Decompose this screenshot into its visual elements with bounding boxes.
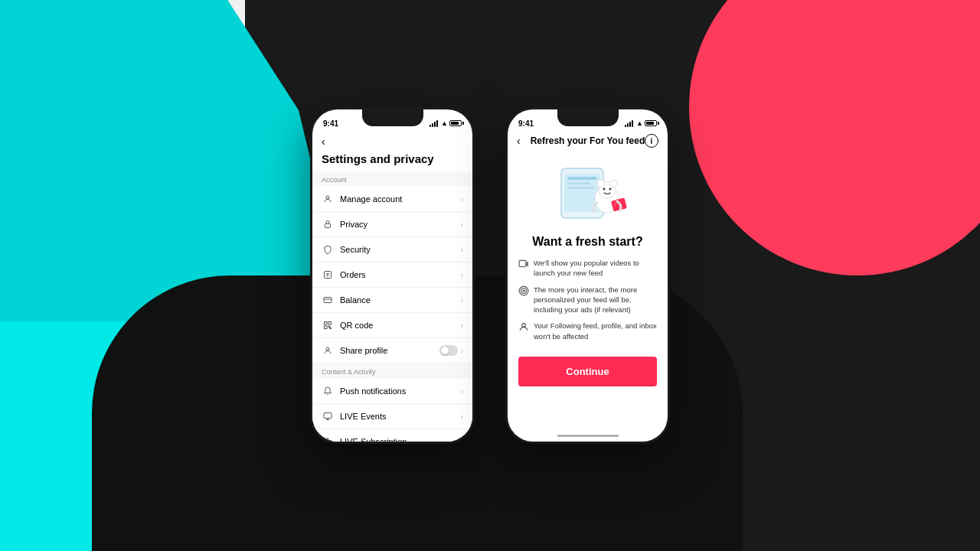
menu-item-manage-account[interactable]: Manage account › <box>312 187 472 212</box>
qrcode-icon <box>322 319 334 331</box>
orders-icon <box>322 269 334 281</box>
svg-point-21 <box>603 188 605 191</box>
svg-point-20 <box>609 180 617 187</box>
menu-item-share-profile[interactable]: Share profile › <box>312 338 472 364</box>
fresh-start-title: Want a fresh start? <box>518 235 657 249</box>
privacy-label: Privacy <box>340 220 461 229</box>
svg-rect-4 <box>325 322 328 325</box>
chevron-orders: › <box>461 271 463 279</box>
security-icon <box>322 243 334 256</box>
back-button-1[interactable]: ‹ <box>322 135 325 148</box>
svg-rect-3 <box>324 298 332 303</box>
info-button[interactable]: i <box>645 134 658 148</box>
refresh-header-title: Refresh your For You feed <box>531 135 645 146</box>
signal-icon-2 <box>625 120 633 127</box>
svg-rect-10 <box>324 413 332 419</box>
notch-2 <box>557 109 619 126</box>
phone-settings: 9:41 ▲ ‹ Set <box>310 107 475 444</box>
manage-account-label: Manage account <box>340 194 461 204</box>
chevron-live-events: › <box>461 412 463 421</box>
phones-container: 9:41 ▲ ‹ Set <box>310 107 670 444</box>
chevron-live-subscription: › <box>461 438 463 442</box>
menu-item-security[interactable]: Security › <box>312 237 472 262</box>
chevron-qrcode: › <box>461 321 463 330</box>
bullet-list: We'll show you popular videos to launch … <box>518 258 657 341</box>
chevron-balance: › <box>461 296 463 305</box>
manage-account-icon <box>322 193 334 205</box>
bullet-item-3: Your Following feed, profile, and inbox … <box>518 321 657 341</box>
svg-point-0 <box>326 196 329 199</box>
battery-icon-1 <box>449 120 462 126</box>
privacy-icon <box>322 218 334 230</box>
menu-item-qrcode[interactable]: QR code › <box>312 313 472 338</box>
svg-point-19 <box>597 180 605 187</box>
refresh-main: Want a fresh start? We'll show you popul… <box>508 235 668 386</box>
bullet-text-3: Your Following feed, profile, and inbox … <box>534 321 657 341</box>
phone-refresh: 9:41 ▲ ‹ Refresh your For <box>505 107 670 444</box>
chevron-manage-account: › <box>461 195 463 204</box>
menu-item-orders[interactable]: Orders › <box>312 262 472 288</box>
live-events-label: LIVE Events <box>340 412 461 421</box>
svg-rect-5 <box>328 322 332 325</box>
chevron-share-profile: › <box>461 347 463 355</box>
notifications-icon <box>322 385 334 397</box>
status-icons-2: ▲ <box>625 119 657 127</box>
phone-settings-screen: 9:41 ▲ ‹ Set <box>312 109 472 442</box>
svg-rect-15 <box>567 182 590 184</box>
bullet-text-2: The more you interact, the more personal… <box>534 285 657 315</box>
balance-icon <box>322 294 334 306</box>
menu-item-live-events[interactable]: LIVE Events › <box>312 404 472 429</box>
continue-button[interactable]: Continue <box>518 357 657 386</box>
time-1: 9:41 <box>323 119 338 128</box>
refresh-header: ‹ Refresh your For You feed i <box>508 131 668 151</box>
menu-item-privacy[interactable]: Privacy › <box>312 212 472 237</box>
bullet-item-2: The more you interact, the more personal… <box>518 285 657 315</box>
notch-1 <box>362 109 423 126</box>
wifi-icon-2: ▲ <box>636 119 643 127</box>
section-content-label: Content & Activity <box>312 364 472 379</box>
svg-rect-6 <box>325 326 328 329</box>
live-subscription-label: LIVE Subscription <box>340 437 461 442</box>
signal-icon-1 <box>430 120 438 127</box>
person-icon <box>518 321 529 332</box>
live-subscription-icon <box>322 435 334 442</box>
chevron-security: › <box>461 246 463 254</box>
qrcode-label: QR code <box>340 321 461 330</box>
time-2: 9:41 <box>518 119 534 128</box>
balance-label: Balance <box>340 295 461 305</box>
menu-item-live-subscription[interactable]: LIVE Subscription › <box>312 429 472 442</box>
settings-title: Settings and privacy <box>312 152 472 171</box>
svg-point-9 <box>326 347 329 350</box>
svg-rect-16 <box>567 187 594 189</box>
menu-item-push-notifications[interactable]: Push notifications › <box>312 379 472 404</box>
share-profile-label: Share profile <box>340 346 439 355</box>
svg-point-28 <box>521 288 527 293</box>
live-events-icon <box>322 410 334 422</box>
settings-header: ‹ <box>312 131 472 152</box>
section-account-label: Account <box>312 171 472 187</box>
svg-rect-14 <box>567 177 597 180</box>
bullet-item-1: We'll show you popular videos to launch … <box>518 258 657 279</box>
phone-refresh-screen: 9:41 ▲ ‹ Refresh your For <box>508 109 668 442</box>
svg-point-29 <box>523 289 524 291</box>
orders-label: Orders <box>340 270 461 279</box>
refresh-illustration <box>542 157 634 226</box>
svg-point-22 <box>609 188 611 191</box>
svg-rect-25 <box>519 260 526 266</box>
security-label: Security <box>340 245 461 254</box>
bullet-text-1: We'll show you popular videos to launch … <box>534 258 657 279</box>
wifi-icon-1: ▲ <box>441 119 448 127</box>
svg-point-30 <box>522 324 526 328</box>
chevron-push-notifications: › <box>461 387 463 396</box>
battery-icon-2 <box>645 120 657 126</box>
status-icons-1: ▲ <box>430 119 462 127</box>
share-profile-toggle[interactable] <box>439 345 458 356</box>
push-notifications-label: Push notifications <box>340 386 461 396</box>
share-profile-icon <box>322 344 334 357</box>
back-button-2[interactable]: ‹ <box>517 135 521 147</box>
home-indicator-2 <box>557 435 619 437</box>
svg-rect-8 <box>330 328 332 329</box>
target-icon <box>518 285 529 296</box>
menu-item-balance[interactable]: Balance › <box>312 288 472 313</box>
svg-rect-7 <box>328 326 330 328</box>
